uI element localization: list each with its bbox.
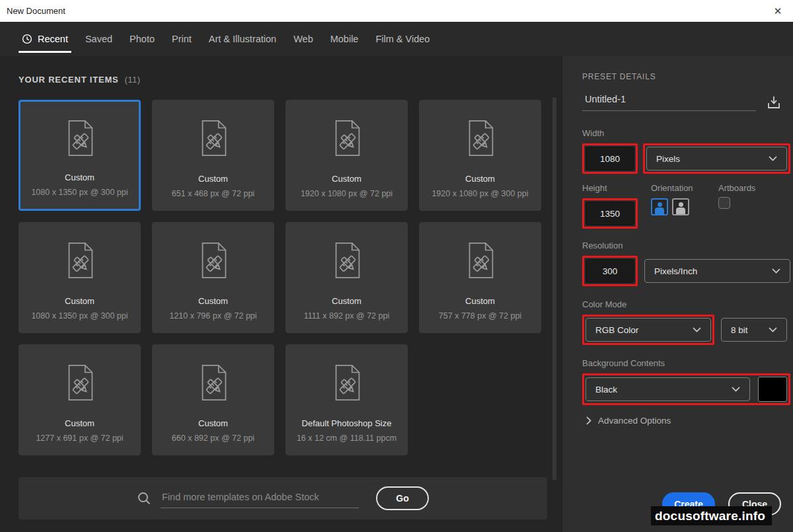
template-card-dimensions: 1920 x 1080 px @ 300 ppi — [420, 189, 541, 198]
height-orientation-row: Height Orientation — [582, 183, 790, 229]
template-card-dimensions: 1277 x 691 px @ 72 ppi — [19, 434, 140, 443]
tab-mobile[interactable]: Mobile — [322, 22, 367, 56]
recent-items-heading-text: YOUR RECENT ITEMS — [19, 75, 119, 85]
chevron-down-icon — [772, 268, 780, 274]
width-unit-select[interactable]: Pixels — [646, 147, 787, 171]
template-card-title: Custom — [19, 296, 140, 306]
watermark: docusoftware.info — [651, 506, 772, 525]
height-input[interactable] — [585, 202, 634, 225]
background-contents-label: Background Contents — [582, 358, 790, 368]
template-card-8[interactable]: Custom 1277 x 691 px @ 72 ppi — [19, 344, 141, 455]
recent-items-count: (11) — [124, 75, 140, 85]
tab-photo[interactable]: Photo — [121, 22, 163, 56]
chevron-down-icon — [693, 327, 701, 332]
document-template-icon — [460, 118, 501, 159]
width-label: Width — [582, 128, 790, 138]
tab-print[interactable]: Print — [163, 22, 200, 56]
artboards-label: Artboards — [718, 183, 755, 193]
background-contents-row: Black — [582, 373, 790, 405]
portrait-person-icon — [654, 202, 665, 214]
advanced-options-label: Advanced Options — [598, 416, 671, 426]
color-mode-select[interactable]: RGB Color — [585, 318, 711, 342]
document-template-icon — [59, 240, 100, 281]
tab-label: Print — [172, 34, 192, 44]
resolution-highlight-box — [582, 256, 638, 286]
adobe-stock-search-bar: Go — [19, 477, 547, 519]
template-card-6[interactable]: Custom 1111 x 892 px @ 72 ppi — [285, 222, 408, 333]
chevron-right-icon — [586, 416, 591, 425]
search-icon — [137, 491, 151, 506]
go-button[interactable]: Go — [376, 486, 429, 510]
background-highlight-box: Black — [582, 373, 790, 405]
bit-depth-value: 8 bit — [731, 325, 748, 335]
background-color-swatch[interactable] — [758, 377, 787, 402]
tab-label: Film & Video — [375, 34, 430, 44]
template-card-title: Default Photoshop Size — [286, 418, 407, 428]
template-card-3[interactable]: Custom 1920 x 1080 px @ 300 ppi — [419, 100, 541, 211]
template-card-title: Custom — [153, 296, 274, 306]
tab-web[interactable]: Web — [285, 22, 322, 56]
tab-art-illustration[interactable]: Art & Illustration — [200, 22, 285, 56]
bit-depth-select[interactable]: 8 bit — [721, 318, 787, 342]
document-template-icon — [193, 240, 234, 281]
title-bar: New Document ✕ — [0, 0, 793, 22]
advanced-options-toggle[interactable]: Advanced Options — [582, 416, 790, 426]
preset-details-heading: PRESET DETAILS — [582, 72, 790, 81]
document-template-icon — [59, 118, 100, 159]
color-mode-row: RGB Color 8 bit — [582, 315, 790, 345]
recent-items-panel: YOUR RECENT ITEMS (11) — [0, 56, 562, 532]
width-unit-value: Pixels — [656, 154, 680, 164]
tab-label: Photo — [130, 34, 155, 44]
template-card-7[interactable]: Custom 757 x 778 px @ 72 ppi — [419, 222, 541, 333]
template-card-10[interactable]: Default Photoshop Size 16 x 12 cm @ 118.… — [285, 344, 408, 455]
document-name-field-wrap — [582, 93, 756, 111]
chevron-down-icon — [732, 387, 740, 392]
color-mode-label: Color Mode — [582, 299, 790, 309]
document-name-input[interactable] — [582, 94, 756, 104]
template-card-2[interactable]: Custom 1920 x 1080 px @ 72 ppi — [285, 100, 408, 211]
document-template-icon — [193, 118, 234, 159]
chevron-down-icon — [769, 156, 777, 161]
width-input[interactable] — [585, 147, 634, 171]
artboards-checkbox[interactable] — [718, 197, 730, 209]
tab-label: Art & Illustration — [209, 34, 276, 44]
template-card-9[interactable]: Custom 660 x 892 px @ 72 ppi — [152, 344, 274, 455]
resolution-unit-select[interactable]: Pixels/Inch — [644, 259, 790, 283]
width-highlight-box — [582, 143, 638, 174]
document-template-icon — [326, 362, 367, 403]
resolution-unit-value: Pixels/Inch — [654, 266, 697, 276]
template-card-dimensions: 660 x 892 px @ 72 ppi — [153, 434, 274, 443]
template-card-dimensions: 1920 x 1080 px @ 72 ppi — [286, 189, 407, 198]
template-card-dimensions: 16 x 12 cm @ 118.11 ppcm — [286, 434, 407, 443]
orientation-portrait-button[interactable] — [651, 198, 668, 215]
tab-recent[interactable]: Recent — [13, 22, 77, 56]
resolution-input[interactable] — [585, 259, 634, 283]
tab-film-video[interactable]: Film & Video — [367, 22, 438, 56]
template-card-1[interactable]: Custom 651 x 468 px @ 72 ppi — [152, 100, 274, 211]
document-template-icon — [193, 362, 234, 403]
template-card-title: Custom — [286, 174, 407, 184]
background-contents-select[interactable]: Black — [585, 377, 750, 401]
orientation-landscape-button[interactable] — [672, 198, 689, 215]
template-card-5[interactable]: Custom 1210 x 796 px @ 72 ppi — [152, 222, 274, 333]
template-grid: Custom 1080 x 1350 px @ 300 ppi — [19, 100, 544, 455]
search-input[interactable] — [161, 489, 359, 508]
category-tab-bar: Recent Saved Photo Print Art & Illustrat… — [0, 22, 793, 56]
window-close-icon[interactable]: ✕ — [768, 0, 788, 22]
tab-label: Saved — [85, 34, 112, 44]
color-mode-value: RGB Color — [595, 325, 638, 335]
tab-saved[interactable]: Saved — [77, 22, 121, 56]
document-template-icon — [460, 240, 501, 281]
template-card-4[interactable]: Custom 1080 x 1350 px @ 300 ppi — [19, 222, 141, 333]
template-card-0[interactable]: Custom 1080 x 1350 px @ 300 ppi — [19, 100, 141, 211]
template-card-title: Custom — [286, 296, 407, 306]
template-card-title: Custom — [420, 174, 541, 184]
resolution-label: Resolution — [582, 241, 790, 250]
grid-scrollbar[interactable] — [552, 97, 556, 480]
document-name-row — [582, 93, 790, 111]
template-card-dimensions: 1080 x 1350 px @ 300 ppi — [19, 311, 140, 321]
color-mode-highlight-box: RGB Color — [582, 315, 714, 345]
tab-label: Recent — [38, 34, 68, 44]
height-highlight-box — [582, 198, 638, 229]
save-preset-icon[interactable] — [765, 95, 782, 110]
